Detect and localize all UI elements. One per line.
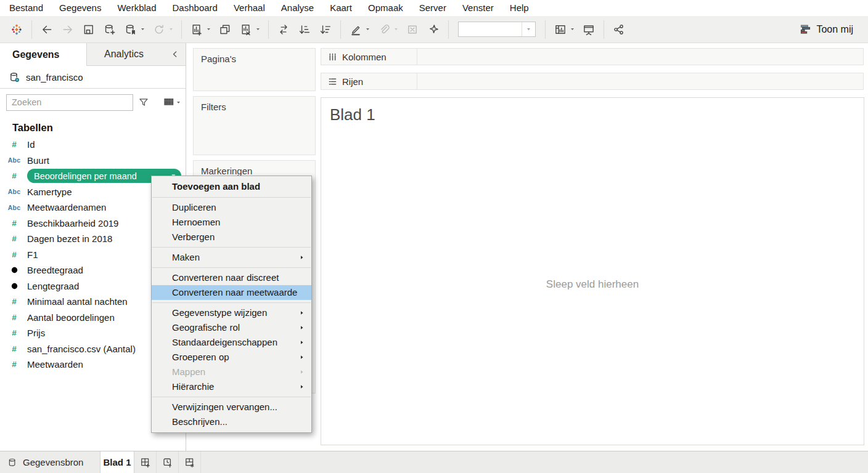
rows-shelf[interactable]: Rijen <box>321 73 864 90</box>
new-data-source-button[interactable] <box>99 21 120 38</box>
datasource-item[interactable]: san_francisco <box>0 66 186 89</box>
show-me-label: Toon mij <box>816 24 853 35</box>
context-menu-item[interactable]: Beschrijven... <box>152 414 311 429</box>
context-menu-item[interactable]: Geografische rol <box>152 320 311 335</box>
submenu-arrow-icon <box>299 355 305 360</box>
menu-venster[interactable]: Venster <box>454 0 502 16</box>
datasource-name: san_francisco <box>26 72 83 83</box>
duplicate-sheet-button[interactable] <box>215 21 235 38</box>
new-worksheet-button[interactable] <box>186 21 215 38</box>
toolbar-divider <box>268 20 269 39</box>
add-data-icon <box>104 23 116 36</box>
menu-help[interactable]: Help <box>502 0 537 16</box>
menu-analyse[interactable]: Analyse <box>273 0 322 16</box>
field-label: Minimaal aantal nachten <box>22 296 128 307</box>
field-label: Prijs <box>22 328 45 338</box>
context-menu-item[interactable]: Toevoegen aan blad <box>152 179 311 195</box>
show-mark-labels-button[interactable] <box>402 21 423 38</box>
menu-dashboard[interactable]: Dashboard <box>165 0 226 16</box>
chevron-down-icon <box>176 100 181 105</box>
context-menu-item[interactable]: Groeperen op <box>152 350 311 365</box>
collapse-pane-icon[interactable] <box>171 50 179 59</box>
context-menu-item[interactable]: Mappen <box>152 365 311 379</box>
back-arrow-icon <box>41 23 53 36</box>
menu-server[interactable]: Server <box>411 0 454 16</box>
sort-ascending-button[interactable] <box>294 21 315 38</box>
context-menu-item[interactable]: Converteren naar discreet <box>152 270 311 285</box>
redo-button[interactable] <box>57 21 78 38</box>
columns-shelf-label: Kolommen <box>342 52 387 62</box>
rows-drop-zone[interactable] <box>417 73 863 89</box>
chevron-down-icon <box>168 26 174 32</box>
menu-gegevens[interactable]: Gegevens <box>51 0 109 16</box>
context-menu-item[interactable]: Maken <box>152 250 311 265</box>
field-label: Dagen bezet in 2018 <box>22 233 112 244</box>
new-dashboard-tab-button[interactable] <box>157 451 179 473</box>
field-item[interactable]: AbcBuurt <box>0 153 186 169</box>
highlight-button[interactable] <box>345 21 374 38</box>
filters-shelf-label: Filters <box>194 97 315 112</box>
new-worksheet-tab-button[interactable] <box>134 451 157 473</box>
show-hide-cards-button[interactable] <box>550 21 578 38</box>
swap-rows-columns-button[interactable] <box>273 21 294 38</box>
chevron-down-icon <box>393 26 399 32</box>
clear-sheet-button[interactable] <box>235 21 264 38</box>
chevron-down-icon <box>140 26 145 32</box>
menu-opmaak[interactable]: Opmaak <box>360 0 411 16</box>
fix-axes-button[interactable] <box>423 21 444 38</box>
menu-bestand[interactable]: Bestand <box>1 0 51 16</box>
submenu-arrow-icon <box>299 255 305 261</box>
context-menu-item[interactable]: Converteren naar meetwaarde <box>152 285 311 300</box>
group-members-button[interactable] <box>374 21 402 38</box>
context-menu-item[interactable]: Standaardeigenschappen <box>152 335 311 350</box>
save-button[interactable] <box>78 21 99 38</box>
columns-drop-zone[interactable] <box>417 49 863 65</box>
filter-fields-button[interactable] <box>137 95 150 109</box>
context-menu-item[interactable]: Gegevenstype wijzigen <box>152 305 311 320</box>
submenu-arrow-icon <box>299 340 305 346</box>
tab-analytics[interactable]: Analytics <box>86 43 186 66</box>
context-menu-item[interactable]: Dupliceren <box>152 200 311 215</box>
context-menu-item[interactable]: Hernoemen <box>152 215 311 230</box>
show-me-button[interactable]: Toon mij <box>800 23 862 35</box>
context-menu-item[interactable]: Verbergen <box>152 230 311 245</box>
presentation-mode-button[interactable] <box>578 21 599 38</box>
rows-shelf-head: Rijen <box>321 73 417 89</box>
toolbar-divider <box>340 20 341 39</box>
field-label: Aantal beoordelingen <box>22 312 115 323</box>
database-icon <box>7 458 17 467</box>
search-input[interactable] <box>7 97 129 107</box>
pages-shelf[interactable]: Pagina's <box>193 48 316 91</box>
paperclip-icon <box>378 23 390 36</box>
menu-verhaal[interactable]: Verhaal <box>226 0 273 16</box>
share-workbook-button[interactable] <box>608 21 629 38</box>
menu-werkblad[interactable]: Werkblad <box>109 0 164 16</box>
field-item[interactable]: #Id <box>0 137 186 153</box>
sheet-tab-blad1[interactable]: Blad 1 <box>100 451 134 473</box>
search-box <box>6 94 133 111</box>
number-icon: # <box>6 297 22 306</box>
label-box-icon <box>406 23 419 36</box>
new-story-tab-button[interactable] <box>179 451 201 473</box>
chevron-down-icon <box>255 26 261 32</box>
new-story-icon <box>184 457 195 468</box>
field-label: Id <box>22 139 35 150</box>
columns-shelf[interactable]: Kolommen <box>321 48 864 65</box>
undo-button[interactable] <box>36 21 57 38</box>
pin-icon <box>427 23 440 36</box>
tables-section-title: Tabellen <box>0 116 186 137</box>
datasource-tab[interactable]: Gegevensbron <box>0 451 100 473</box>
fit-selector[interactable] <box>458 22 536 37</box>
datasource-tab-label: Gegevensbron <box>23 457 83 467</box>
menu-kaart[interactable]: Kaart <box>322 0 360 16</box>
sort-descending-button[interactable] <box>315 21 336 38</box>
number-icon: # <box>6 219 22 228</box>
context-menu-item[interactable]: Verwijzingen vervangen... <box>152 400 311 414</box>
refresh-data-source-button[interactable] <box>149 21 177 38</box>
tab-gegevens[interactable]: Gegevens <box>0 43 86 66</box>
context-menu-item[interactable]: Hiërarchie <box>152 379 311 394</box>
filters-shelf[interactable]: Filters <box>193 96 316 155</box>
worksheet-canvas[interactable]: Blad 1 Sleep veld hierheen <box>321 97 864 445</box>
save-data-source-button[interactable] <box>120 21 149 38</box>
view-options-button[interactable] <box>162 95 182 109</box>
